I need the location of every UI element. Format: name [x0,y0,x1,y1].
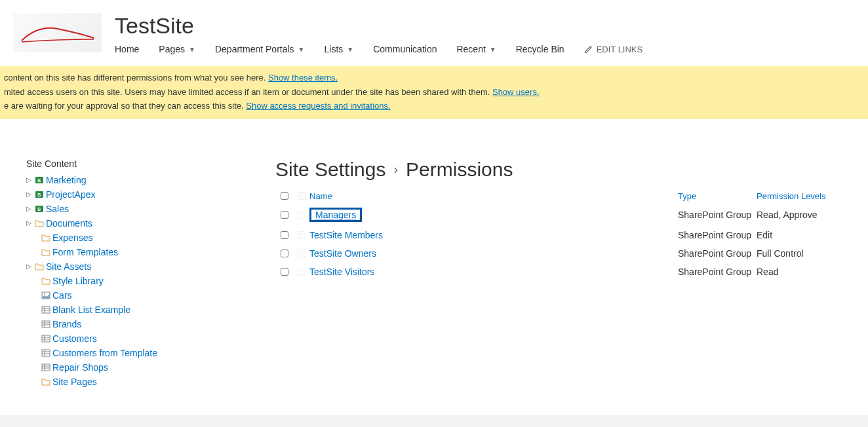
sidebar-item-link[interactable]: Expenses [52,232,92,243]
sp-icon: S [35,190,44,199]
expander-icon[interactable]: ▷ [26,219,33,227]
expander-icon[interactable]: ▷ [26,191,33,198]
permissions-table: Name Type Permission Levels ManagersShar… [275,189,848,281]
chevron-right-icon: › [393,162,398,177]
main-content: Site Settings › Permissions Name Type Pe… [275,158,868,389]
sidebar-heading: Site Content [26,158,275,169]
permission-level: Read, Approve [757,210,848,220]
svg-rect-20 [42,350,50,356]
caret-down-icon: ▼ [347,46,353,53]
svg-text:S: S [37,177,41,183]
edit-links-button[interactable]: EDIT LINKS [584,45,643,54]
sidebar-item[interactable]: Style Library [26,274,275,288]
select-all-checkbox[interactable] [281,192,288,200]
svg-rect-16 [42,335,50,342]
sidebar-item[interactable]: Form Templates [26,245,275,259]
sidebar-item-link[interactable]: Brands [52,319,81,329]
site-logo[interactable] [13,13,102,52]
expander-icon[interactable]: ▷ [26,205,33,212]
group-type: SharePoint Group [678,230,757,240]
caret-down-icon: ▼ [189,46,195,53]
sidebar-item-link[interactable]: Site Pages [52,377,97,387]
row-select-checkbox[interactable] [281,268,288,276]
table-row: TestSite MembersSharePoint GroupEdit [275,226,848,244]
group-name-link[interactable]: Managers [315,210,356,220]
top-nav: Home Pages▼ Department Portals▼ Lists▼ C… [115,44,642,54]
list-icon [41,363,50,372]
list-icon [41,305,50,314]
pencil-icon [584,45,593,54]
group-name-link[interactable]: TestSite Members [309,230,383,240]
sidebar-item-link[interactable]: Blank List Example [52,305,130,315]
breadcrumb: Site Settings › Permissions [275,158,848,181]
svg-point-7 [44,293,45,295]
group-name-link[interactable]: TestSite Visitors [309,267,374,277]
nav-communication[interactable]: Communication [373,44,437,54]
column-header-permission-levels[interactable]: Permission Levels [757,191,848,201]
group-type: SharePoint Group [678,210,757,220]
row-select-checkbox[interactable] [281,250,288,257]
sidebar-item-link[interactable]: ProjectApex [46,189,95,200]
nav-department-portals[interactable]: Department Portals▼ [215,44,305,54]
show-users-link[interactable]: Show users. [492,87,540,97]
sidebar-item[interactable]: Blank List Example [26,303,275,317]
highlighted-group: Managers [309,208,362,222]
sidebar-item[interactable]: Expenses [26,231,275,245]
sidebar-item[interactable]: ▷Site Assets [26,259,275,274]
sidebar-item[interactable]: ▷SProjectApex [26,187,275,202]
sidebar-item-link[interactable]: Marketing [46,175,86,185]
notice-text-1: content on this site has different permi… [4,73,268,83]
breadcrumb-parent[interactable]: Site Settings [275,158,385,181]
expander-icon[interactable]: ▷ [26,176,33,183]
list-icon [41,320,50,329]
permission-level: Read [757,267,848,277]
sidebar-item[interactable]: Brands [26,317,275,331]
row-select-checkbox[interactable] [281,231,288,239]
sidebar-item-link[interactable]: Documents [46,218,92,229]
site-title[interactable]: TestSite [115,13,642,39]
sidebar-item[interactable]: ▷Documents [26,216,275,231]
nav-recent-label: Recent [456,44,485,54]
column-header-name[interactable]: Name [309,191,678,201]
sidebar-item[interactable]: Customers from Template [26,346,275,360]
column-header-type[interactable]: Type [678,191,757,201]
table-row: ManagersSharePoint GroupRead, Approve [275,204,848,226]
folder-icon [41,248,50,257]
sidebar: Site Content ▷SMarketing▷SProjectApex▷SS… [26,158,275,389]
nav-pages[interactable]: Pages▼ [159,44,195,54]
sidebar-item-link[interactable]: Customers from Template [52,348,157,358]
caret-down-icon: ▼ [298,46,305,53]
row-select-checkbox[interactable] [281,211,288,219]
sidebar-item-link[interactable]: Cars [52,290,72,301]
notice-text-2: mited access users on this site. Users m… [4,87,492,97]
group-name-link[interactable]: TestSite Owners [309,248,376,259]
show-these-items-link[interactable]: Show these items. [268,73,338,83]
folder-icon [35,262,44,271]
sidebar-item[interactable]: ▷SSales [26,202,275,216]
folder-icon [41,377,50,386]
sidebar-item-link[interactable]: Form Templates [52,247,118,257]
sidebar-item-link[interactable]: Style Library [52,276,104,286]
expander-icon[interactable]: ▷ [26,263,33,270]
table-row: TestSite VisitorsSharePoint GroupRead [275,263,848,281]
sidebar-item-link[interactable]: Customers [52,333,97,344]
folder-icon [41,276,50,286]
nav-lists[interactable]: Lists▼ [324,44,353,54]
sidebar-item-link[interactable]: Site Assets [46,261,91,272]
sidebar-item-link[interactable]: Repair Shops [52,362,108,373]
folder-icon [35,219,44,228]
sidebar-item[interactable]: Cars [26,288,275,303]
nav-home[interactable]: Home [115,44,139,54]
sidebar-item[interactable]: Repair Shops [26,360,275,375]
sidebar-item[interactable]: Customers [26,331,275,346]
nav-recycle-bin[interactable]: Recycle Bin [516,44,564,54]
nav-dept-label: Department Portals [215,44,294,54]
nav-recent[interactable]: Recent▼ [456,44,496,54]
site-content-tree: ▷SMarketing▷SProjectApex▷SSales▷Document… [26,173,275,389]
image-icon [41,291,50,300]
show-access-requests-link[interactable]: Show access requests and invitations. [246,101,390,111]
sidebar-item-link[interactable]: Sales [46,204,69,214]
sidebar-item[interactable]: Site Pages [26,375,275,389]
sidebar-item[interactable]: ▷SMarketing [26,173,275,187]
svg-text:S: S [37,206,41,212]
